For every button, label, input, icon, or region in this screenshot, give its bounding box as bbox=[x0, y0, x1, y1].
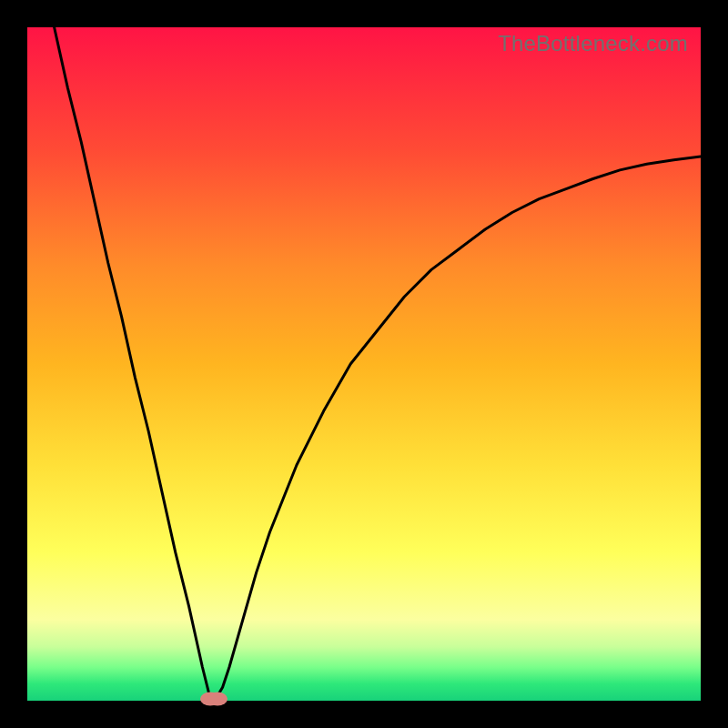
plot-area: TheBottleneck.com bbox=[27, 27, 701, 701]
curve-svg bbox=[27, 27, 701, 701]
optimal-point-marker-2 bbox=[207, 692, 228, 705]
bottleneck-curve-path bbox=[55, 27, 701, 699]
chart-frame: TheBottleneck.com bbox=[0, 0, 728, 728]
